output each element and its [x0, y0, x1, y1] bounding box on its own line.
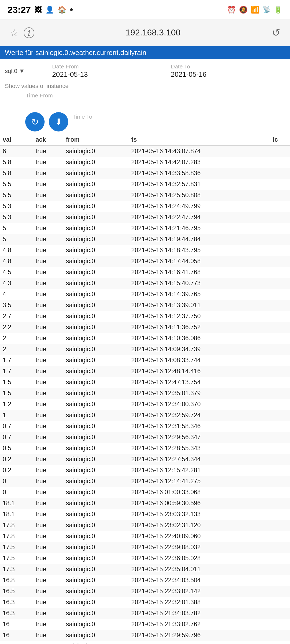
table-cell: sainlogic.0 [63, 190, 129, 201]
table-cell: sainlogic.0 [63, 157, 129, 168]
table-row: 16.3truesainlogic.02021-05-15 22:32:01.3… [0, 597, 290, 608]
instance-value: sql.0 [5, 68, 17, 75]
col-header-ts: ts [129, 134, 270, 146]
table-cell [270, 289, 290, 300]
table-cell: 17.8 [0, 520, 33, 531]
table-cell: sainlogic.0 [63, 267, 129, 278]
table-cell: 16.5 [0, 586, 33, 597]
table-cell: sainlogic.0 [63, 322, 129, 333]
table-cell: 17.3 [0, 564, 33, 575]
table-cell: 2021-05-16 12:31:58.346 [129, 421, 270, 432]
table-cell: 4.3 [0, 278, 33, 289]
table-cell: true [33, 278, 63, 289]
table-cell [270, 454, 290, 465]
info-icon[interactable]: i [24, 27, 34, 38]
table-cell: 3.5 [0, 300, 33, 311]
time-from-field[interactable] [26, 99, 153, 109]
table-row: 17.5truesainlogic.02021-05-15 22:39:08.0… [0, 542, 290, 553]
table-cell: 5 [0, 234, 33, 245]
table-cell [270, 377, 290, 388]
table-row: 17.8truesainlogic.02021-05-15 22:40:09.0… [0, 531, 290, 542]
table-cell: sainlogic.0 [63, 179, 129, 190]
table-row: 5.5truesainlogic.02021-05-16 14:32:57.83… [0, 179, 290, 190]
table-row: 0.7truesainlogic.02021-05-16 12:29:56.34… [0, 432, 290, 443]
table-cell: sainlogic.0 [63, 509, 129, 520]
table-row: 17.3truesainlogic.02021-05-15 22:35:04.0… [0, 564, 290, 575]
table-cell [270, 168, 290, 179]
table-cell [270, 311, 290, 322]
table-cell [270, 487, 290, 498]
table-cell: 5.3 [0, 212, 33, 223]
date-to-label: Date To [171, 63, 285, 70]
table-cell: 2021-05-16 14:10:36.086 [129, 333, 270, 344]
table-cell: sainlogic.0 [63, 520, 129, 531]
table-row: 5truesainlogic.02021-05-16 14:21:46.795 [0, 223, 290, 234]
url-bar[interactable]: 192.168.3.100 [45, 28, 261, 38]
table-row: 16.8truesainlogic.02021-05-15 22:34:03.5… [0, 575, 290, 586]
table-cell [270, 201, 290, 212]
table-cell: 2021-05-15 22:40:09.060 [129, 531, 270, 542]
table-cell: 15.8 [0, 641, 33, 644]
table-cell: 6 [0, 146, 33, 157]
table-row: 2truesainlogic.02021-05-16 14:10:36.086 [0, 333, 290, 344]
table-row: 4.8truesainlogic.02021-05-16 14:17:44.05… [0, 256, 290, 267]
table-cell [270, 564, 290, 575]
instance-selector[interactable]: sql.0 ▼ [5, 68, 48, 76]
star-icon[interactable]: ☆ [10, 27, 19, 39]
table-cell: 2021-05-15 23:02:31.120 [129, 520, 270, 531]
table-cell: 2021-05-16 14:18:43.795 [129, 245, 270, 256]
controls-row1: sql.0 ▼ Date From 2021-05-13 Date To 202… [5, 63, 285, 80]
time-from-label: Time From [26, 92, 153, 99]
download-button[interactable]: ⬇ [49, 112, 68, 131]
table-cell: 5.8 [0, 157, 33, 168]
table-cell: 2021-05-16 12:34:00.370 [129, 399, 270, 410]
table-cell [270, 300, 290, 311]
table-cell [270, 542, 290, 553]
table-row: 5.3truesainlogic.02021-05-16 14:22:47.79… [0, 212, 290, 223]
table-row: 1.5truesainlogic.02021-05-16 12:35:01.37… [0, 388, 290, 399]
chevron-down-icon: ▼ [19, 68, 25, 75]
table-cell: true [33, 289, 63, 300]
table-row: 6truesainlogic.02021-05-16 14:43:07.874 [0, 146, 290, 157]
table-cell: 2021-05-16 12:29:56.347 [129, 432, 270, 443]
table-cell: true [33, 564, 63, 575]
table-cell: sainlogic.0 [63, 432, 129, 443]
table-cell: sainlogic.0 [63, 553, 129, 564]
table-cell: sainlogic.0 [63, 619, 129, 630]
page-content: Werte für sainlogic.0.weather.current.da… [0, 46, 290, 644]
table-cell: 2021-05-15 23:03:32.133 [129, 509, 270, 520]
table-cell [270, 223, 290, 234]
table-cell: true [33, 586, 63, 597]
table-cell: true [33, 190, 63, 201]
table-cell: true [33, 366, 63, 377]
date-to-field[interactable]: 2021-05-16 [171, 70, 285, 80]
table-cell: sainlogic.0 [63, 311, 129, 322]
table-cell: 2021-05-16 14:14:39.765 [129, 289, 270, 300]
refresh-button[interactable]: ↻ [25, 112, 45, 131]
time-to-field[interactable] [73, 120, 285, 130]
table-cell: true [33, 410, 63, 421]
table-cell: 2021-05-15 21:28:58.751 [129, 641, 270, 644]
table-row: 16.5truesainlogic.02021-05-15 22:33:02.1… [0, 586, 290, 597]
table-cell: 2021-05-16 14:13:39.011 [129, 300, 270, 311]
table-cell: sainlogic.0 [63, 531, 129, 542]
table-cell: true [33, 520, 63, 531]
table-cell: 0 [0, 476, 33, 487]
table-cell: 18.1 [0, 509, 33, 520]
table-cell: 2021-05-16 14:17:44.058 [129, 256, 270, 267]
signal-icon: 📡 [263, 6, 271, 13]
date-from-field[interactable]: 2021-05-13 [52, 70, 166, 80]
table-cell [270, 619, 290, 630]
time-display: 23:27 [8, 5, 31, 15]
table-cell [270, 267, 290, 278]
table-row: 3.5truesainlogic.02021-05-16 14:13:39.01… [0, 300, 290, 311]
table-cell: 2021-05-15 22:33:02.142 [129, 586, 270, 597]
table-cell [270, 355, 290, 366]
table-cell [270, 245, 290, 256]
table-cell: 2021-05-15 21:29:59.796 [129, 630, 270, 641]
table-cell: true [33, 608, 63, 619]
status-bar: 23:27 🖼 👤 🏠 ⏰ 🔕 📶 📡 🔋 [0, 0, 290, 19]
table-cell [270, 443, 290, 454]
table-cell [270, 322, 290, 333]
refresh-icon[interactable]: ↺ [272, 27, 280, 39]
